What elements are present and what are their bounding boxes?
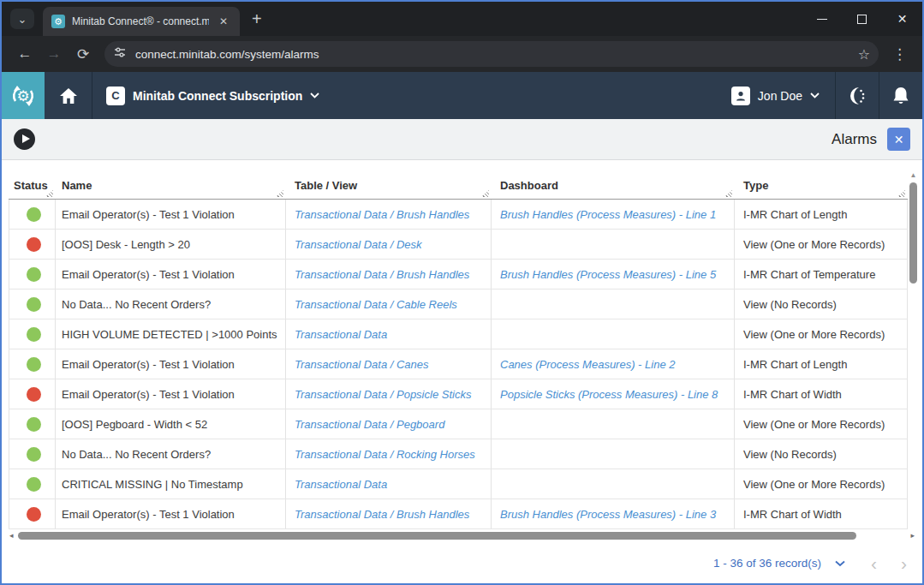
column-header-name[interactable]: Name — [56, 171, 286, 200]
column-resize-handle[interactable] — [481, 190, 489, 197]
alarm-name-cell: Email Operator(s) - Test 1 Violation — [56, 260, 286, 290]
table-view-link[interactable]: Transactional Data / Desk — [286, 230, 492, 260]
scroll-right-icon[interactable]: ▸ — [908, 531, 917, 540]
url-text[interactable]: connect.minitab.com/system/alarms — [135, 48, 849, 61]
column-header-table-view[interactable]: Table / View — [286, 171, 492, 200]
alarm-type-cell: I-MR Chart of Width — [735, 379, 908, 409]
user-menu[interactable]: Jon Doe — [716, 87, 835, 105]
site-settings-icon[interactable] — [113, 45, 127, 63]
table-view-link[interactable]: Transactional Data / Canes — [286, 349, 492, 379]
dashboard-link[interactable]: Brush Handles (Process Measures) - Line … — [492, 499, 735, 529]
alarm-name-cell: No Data... No Recent Orders? — [56, 439, 286, 469]
status-dot — [27, 237, 41, 252]
dashboard-link — [492, 230, 735, 260]
dashboard-link[interactable]: Brush Handles (Process Measures) - Line … — [492, 260, 735, 290]
alarm-name-cell: [OOS] Desk - Length > 20 — [56, 230, 286, 260]
browser-tab-active[interactable]: ⚙ Minitab Connect® - connect.mi ✕ — [43, 7, 240, 36]
dashboard-link[interactable]: Brush Handles (Process Measures) - Line … — [492, 200, 735, 230]
column-header-type[interactable]: Type — [735, 171, 908, 200]
browser-menu-icon[interactable]: ⋮ — [887, 45, 912, 63]
close-panel-button[interactable]: ✕ — [887, 128, 910, 151]
dashboard-link — [492, 319, 735, 349]
table-row[interactable]: Email Operator(s) - Test 1 Violation Tra… — [9, 200, 908, 230]
alarms-content: Status Name Table / View Dashboard Type … — [2, 160, 922, 583]
dashboard-link[interactable]: Canes (Process Measures) - Line 2 — [492, 349, 735, 379]
horizontal-scroll-track[interactable] — [16, 532, 909, 540]
table-view-link[interactable]: Transactional Data / Brush Handles — [286, 260, 492, 290]
moon-clock-icon — [847, 86, 867, 106]
home-icon — [59, 87, 78, 104]
page-size-dropdown[interactable] — [835, 560, 845, 567]
subscription-selector[interactable]: C Minitab Connect Subscription — [92, 87, 333, 105]
minimize-icon — [817, 19, 827, 20]
table-view-link[interactable]: Transactional Data / Brush Handles — [286, 200, 492, 230]
column-header-dashboard[interactable]: Dashboard — [492, 171, 735, 200]
address-bar[interactable]: connect.minitab.com/system/alarms ☆ — [104, 41, 879, 67]
table-row[interactable]: [OOS] Desk - Length > 20 Transactional D… — [9, 230, 908, 260]
scheduler-button[interactable] — [836, 72, 879, 119]
next-page-button[interactable]: › — [901, 554, 907, 572]
window-controls: ✕ — [802, 2, 922, 36]
minitab-connect-logo[interactable]: ⚙ — [2, 72, 45, 119]
column-resize-handle[interactable] — [897, 190, 905, 197]
column-resize-handle[interactable] — [724, 190, 732, 197]
alarm-type-cell: I-MR Chart of Width — [735, 499, 908, 529]
scroll-left-icon[interactable]: ◂ — [7, 531, 16, 540]
maximize-button[interactable] — [842, 2, 882, 36]
minimize-button[interactable] — [802, 2, 842, 36]
status-cell — [9, 290, 56, 319]
table-row[interactable]: No Data... No Recent Orders? Transaction… — [9, 290, 908, 319]
tab-search-button[interactable]: ⌄ — [10, 9, 34, 29]
table-view-link[interactable]: Transactional Data / Cable Reels — [286, 290, 492, 319]
column-header-status[interactable]: Status — [9, 171, 56, 200]
horizontal-scrollbar[interactable]: ◂ ▸ — [2, 529, 922, 541]
bell-icon — [891, 86, 910, 106]
status-cell — [9, 200, 56, 230]
home-button[interactable] — [45, 72, 92, 119]
status-cell — [9, 379, 56, 409]
table-view-link[interactable]: Transactional Data / Rocking Horses — [286, 439, 492, 469]
vertical-scroll-thumb[interactable] — [909, 182, 917, 284]
status-cell — [9, 409, 56, 439]
dashboard-link — [492, 409, 735, 439]
app-header: ⚙ C Minitab Connect Subscription Jon Doe — [2, 72, 922, 119]
alarm-name-cell: Email Operator(s) - Test 1 Violation — [56, 349, 286, 379]
status-dot — [27, 507, 41, 522]
bookmark-star-icon[interactable]: ☆ — [858, 46, 870, 63]
forward-button[interactable]: → — [41, 41, 67, 67]
table-row[interactable]: Email Operator(s) - Test 1 Violation Tra… — [9, 499, 908, 529]
new-tab-button[interactable]: + — [252, 9, 262, 29]
alarm-type-cell: I-MR Chart of Temperature — [735, 260, 908, 290]
table-row[interactable]: No Data... No Recent Orders? Transaction… — [9, 439, 908, 469]
table-row[interactable]: Email Operator(s) - Test 1 Violation Tra… — [9, 379, 908, 409]
table-view-link[interactable]: Transactional Data — [286, 319, 492, 349]
table-row[interactable]: Email Operator(s) - Test 1 Violation Tra… — [9, 260, 908, 290]
scroll-up-icon[interactable]: ▲ — [910, 171, 917, 180]
dashboard-link[interactable]: Popsicle Sticks (Process Measures) - Lin… — [492, 379, 735, 409]
table-row[interactable]: HIGH VOLUME DETECTED | >1000 Points Tran… — [9, 319, 908, 349]
table-view-link[interactable]: Transactional Data / Popsicle Sticks — [286, 379, 492, 409]
status-cell — [9, 260, 56, 290]
panel-title: Alarms — [832, 131, 877, 148]
close-window-button[interactable]: ✕ — [882, 2, 922, 36]
sync-gear-icon: ⚙ — [9, 81, 38, 110]
table-row[interactable]: Email Operator(s) - Test 1 Violation Tra… — [9, 349, 908, 379]
play-button[interactable] — [14, 128, 35, 150]
back-button[interactable]: ← — [12, 41, 38, 67]
table-row[interactable]: CRITICAL MISSING | No Timestamp Transact… — [9, 469, 908, 499]
alarm-name-cell: Email Operator(s) - Test 1 Violation — [56, 379, 286, 409]
vertical-scrollbar[interactable]: ▲ — [909, 171, 918, 531]
notifications-button[interactable] — [879, 72, 922, 119]
table-row[interactable]: [OOS] Pegboard - Width < 52 Transactiona… — [9, 409, 908, 439]
previous-page-button[interactable]: ‹ — [871, 554, 877, 572]
column-resize-handle[interactable] — [276, 190, 283, 197]
table-view-link[interactable]: Transactional Data / Pegboard — [286, 409, 492, 439]
reload-button[interactable]: ⟳ — [70, 41, 96, 67]
table-view-link[interactable]: Transactional Data / Brush Handles — [286, 499, 492, 529]
table-view-link[interactable]: Transactional Data — [286, 469, 492, 499]
browser-toolbar: ← → ⟳ connect.minitab.com/system/alarms … — [2, 36, 922, 72]
alarm-name-cell: [OOS] Pegboard - Width < 52 — [56, 409, 286, 439]
tab-close-icon[interactable]: ✕ — [216, 14, 231, 29]
horizontal-scroll-thumb[interactable] — [18, 532, 856, 540]
svg-text:⚙: ⚙ — [16, 88, 29, 104]
